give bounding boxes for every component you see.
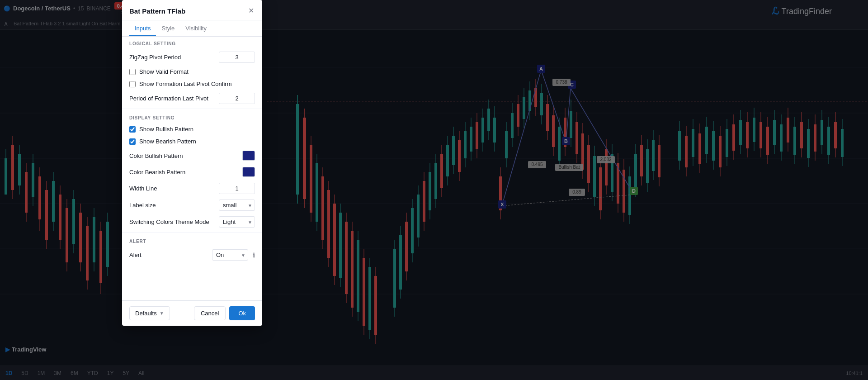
label-size-select[interactable]: tiny small normal large huge xyxy=(219,200,255,211)
tab-visibility[interactable]: Visibility xyxy=(180,20,212,36)
label-size-wrapper: tiny small normal large huge ▼ xyxy=(219,200,255,211)
show-valid-format-checkbox[interactable] xyxy=(129,69,136,75)
cancel-button[interactable]: Cancel xyxy=(194,306,226,320)
ok-button[interactable]: Ok xyxy=(229,306,255,320)
label-size-label: Label size xyxy=(129,202,219,209)
show-bullish-row: Show Bullish Pattern xyxy=(122,123,262,135)
color-bullish-row: Color Bullish Pattern xyxy=(122,147,262,164)
show-bullish-checkbox[interactable] xyxy=(129,126,136,133)
alert-wrapper: On Off ▼ xyxy=(212,249,248,261)
modal-tabs: Inputs Style Visibility xyxy=(122,20,262,37)
show-bearish-checkbox[interactable] xyxy=(129,138,136,145)
tab-style[interactable]: Style xyxy=(156,20,180,36)
alert-select[interactable]: On Off xyxy=(212,249,248,261)
display-section-header: DISPLAY SETTING xyxy=(122,111,262,123)
show-valid-format-row: Show Valid Format xyxy=(122,66,262,78)
modal-footer: Defaults ▼ Cancel Ok xyxy=(122,300,262,326)
defaults-label: Defaults xyxy=(135,310,157,317)
modal-header: Bat Pattern TFlab ✕ xyxy=(122,0,262,20)
show-formation-label: Show Formation Last Pivot Confirm xyxy=(139,81,231,87)
alert-label: Alert xyxy=(129,252,212,258)
defaults-chevron: ▼ xyxy=(160,311,164,316)
period-label: Period of Formation Last Pivot xyxy=(129,95,219,102)
width-line-label: Width Line xyxy=(129,185,219,192)
switching-label: Switching Colors Theme Mode xyxy=(129,218,219,225)
width-line-row: Width Line xyxy=(122,180,262,197)
defaults-button[interactable]: Defaults ▼ xyxy=(129,306,170,320)
period-input[interactable] xyxy=(219,93,255,104)
zigzag-input[interactable] xyxy=(219,52,255,63)
close-button[interactable]: ✕ xyxy=(247,6,255,15)
show-formation-row: Show Formation Last Pivot Confirm xyxy=(122,78,262,90)
modal-title: Bat Pattern TFlab xyxy=(129,7,185,15)
modal-dialog: Bat Pattern TFlab ✕ Inputs Style Visibil… xyxy=(122,0,262,326)
modal-body: LOGICAL SETTING ZigZag Pivot Period Show… xyxy=(122,37,262,300)
period-row: Period of Formation Last Pivot xyxy=(122,90,262,107)
tab-inputs[interactable]: Inputs xyxy=(129,20,156,36)
width-line-input[interactable] xyxy=(219,183,255,194)
alert-controls: On Off ▼ ℹ xyxy=(212,249,255,261)
color-bearish-swatch[interactable] xyxy=(242,167,255,177)
show-formation-checkbox[interactable] xyxy=(129,81,136,87)
switching-row: Switching Colors Theme Mode Light Dark ▼ xyxy=(122,214,262,230)
zigzag-label: ZigZag Pivot Period xyxy=(129,54,219,61)
footer-buttons: Cancel Ok xyxy=(194,306,255,320)
alert-row: Alert On Off ▼ ℹ xyxy=(122,247,262,263)
label-size-row: Label size tiny small normal large huge … xyxy=(122,197,262,214)
logical-section-header: LOGICAL SETTING xyxy=(122,37,262,49)
color-bearish-row: Color Bearish Pattern xyxy=(122,164,262,180)
show-bearish-row: Show Bearish Pattern xyxy=(122,135,262,147)
alert-section-header: ALERT xyxy=(122,234,262,247)
zigzag-row: ZigZag Pivot Period xyxy=(122,49,262,66)
alert-info-icon[interactable]: ℹ xyxy=(253,252,255,259)
color-bearish-label: Color Bearish Pattern xyxy=(129,169,242,176)
color-bullish-label: Color Bullish Pattern xyxy=(129,152,242,159)
switching-wrapper: Light Dark ▼ xyxy=(219,216,255,228)
show-valid-format-label: Show Valid Format xyxy=(139,68,189,75)
switching-select[interactable]: Light Dark xyxy=(219,216,255,228)
show-bullish-label: Show Bullish Pattern xyxy=(139,126,193,133)
color-bullish-swatch[interactable] xyxy=(242,151,255,161)
show-bearish-label: Show Bearish Pattern xyxy=(139,138,196,145)
